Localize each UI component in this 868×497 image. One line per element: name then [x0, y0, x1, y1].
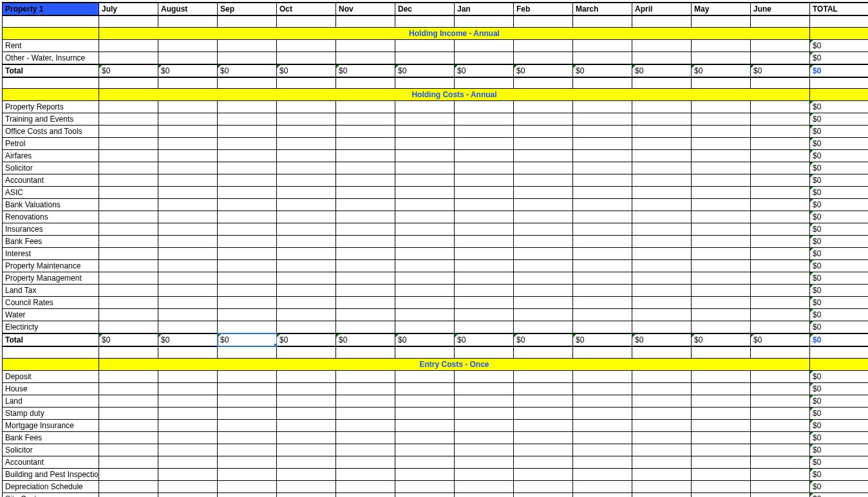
- data-cell[interactable]: [158, 382, 218, 395]
- data-cell[interactable]: [692, 444, 751, 456]
- data-cell[interactable]: [455, 52, 514, 64]
- data-cell[interactable]: [751, 223, 810, 236]
- data-cell[interactable]: [395, 444, 455, 456]
- data-cell[interactable]: [99, 395, 158, 407]
- data-cell[interactable]: [573, 285, 632, 297]
- data-cell[interactable]: [218, 113, 277, 126]
- data-cell[interactable]: [632, 480, 692, 492]
- data-cell[interactable]: [751, 370, 810, 382]
- data-cell[interactable]: [218, 272, 277, 285]
- month-header[interactable]: Nov: [336, 3, 395, 15]
- data-cell[interactable]: [336, 39, 395, 52]
- data-cell[interactable]: [751, 456, 810, 468]
- data-cell[interactable]: [573, 126, 632, 138]
- data-cell[interactable]: [99, 297, 158, 309]
- data-cell[interactable]: [277, 431, 336, 444]
- data-cell[interactable]: [158, 211, 218, 223]
- section-title[interactable]: Holding Income - Annual: [99, 27, 810, 39]
- spacer-cell[interactable]: [455, 346, 514, 358]
- data-cell[interactable]: [455, 382, 514, 395]
- month-header[interactable]: May: [692, 3, 751, 15]
- data-cell[interactable]: [573, 199, 632, 211]
- row-total[interactable]: $0: [810, 297, 869, 309]
- data-cell[interactable]: [692, 211, 751, 223]
- data-cell[interactable]: [277, 211, 336, 223]
- data-cell[interactable]: [632, 468, 692, 480]
- row-label[interactable]: Training and Events: [3, 113, 99, 126]
- section-row-lead[interactable]: [3, 89, 99, 101]
- spacer-cell[interactable]: [455, 15, 514, 27]
- data-cell[interactable]: [158, 272, 218, 285]
- total-month[interactable]: $0: [99, 64, 158, 77]
- spacer-cell[interactable]: [277, 346, 336, 358]
- data-cell[interactable]: [99, 39, 158, 52]
- data-cell[interactable]: [514, 480, 573, 492]
- data-cell[interactable]: [158, 52, 218, 64]
- data-cell[interactable]: [277, 187, 336, 199]
- data-cell[interactable]: [455, 309, 514, 321]
- row-total[interactable]: $0: [810, 444, 869, 456]
- data-cell[interactable]: [395, 126, 455, 138]
- data-cell[interactable]: [218, 174, 277, 187]
- data-cell[interactable]: [277, 236, 336, 248]
- data-cell[interactable]: [751, 272, 810, 285]
- data-cell[interactable]: [514, 260, 573, 272]
- data-cell[interactable]: [455, 419, 514, 431]
- spacer-cell[interactable]: [336, 15, 395, 27]
- data-cell[interactable]: [455, 187, 514, 199]
- data-cell[interactable]: [514, 382, 573, 395]
- data-cell[interactable]: [455, 39, 514, 52]
- data-cell[interactable]: [692, 382, 751, 395]
- data-cell[interactable]: [395, 187, 455, 199]
- data-cell[interactable]: [395, 101, 455, 113]
- data-cell[interactable]: [573, 297, 632, 309]
- row-label[interactable]: Office Costs and Tools: [3, 126, 99, 138]
- property-title[interactable]: Property 1: [3, 3, 99, 15]
- data-cell[interactable]: [514, 199, 573, 211]
- row-label[interactable]: Bank Fees: [3, 236, 99, 248]
- data-cell[interactable]: [632, 285, 692, 297]
- data-cell[interactable]: [692, 407, 751, 419]
- data-cell[interactable]: [514, 187, 573, 199]
- row-total[interactable]: $0: [810, 285, 869, 297]
- data-cell[interactable]: [632, 162, 692, 174]
- data-cell[interactable]: [395, 162, 455, 174]
- data-cell[interactable]: [514, 223, 573, 236]
- data-cell[interactable]: [158, 150, 218, 162]
- data-cell[interactable]: [632, 309, 692, 321]
- data-cell[interactable]: [514, 419, 573, 431]
- row-label[interactable]: Property Management: [3, 272, 99, 285]
- data-cell[interactable]: [336, 101, 395, 113]
- data-cell[interactable]: [632, 456, 692, 468]
- data-cell[interactable]: [277, 52, 336, 64]
- row-label[interactable]: Deposit: [3, 370, 99, 382]
- data-cell[interactable]: [573, 431, 632, 444]
- month-header[interactable]: Sep: [218, 3, 277, 15]
- row-label[interactable]: Site Costs: [3, 492, 99, 497]
- data-cell[interactable]: [514, 444, 573, 456]
- spacer-cell[interactable]: [751, 346, 810, 358]
- data-cell[interactable]: [99, 431, 158, 444]
- data-cell[interactable]: [455, 101, 514, 113]
- data-cell[interactable]: [455, 285, 514, 297]
- data-cell[interactable]: [218, 211, 277, 223]
- data-cell[interactable]: [514, 174, 573, 187]
- row-total[interactable]: $0: [810, 101, 869, 113]
- data-cell[interactable]: [277, 382, 336, 395]
- data-cell[interactable]: [751, 39, 810, 52]
- data-cell[interactable]: [632, 126, 692, 138]
- total-month[interactable]: $0: [218, 64, 277, 77]
- data-cell[interactable]: [218, 199, 277, 211]
- row-total[interactable]: $0: [810, 39, 869, 52]
- data-cell[interactable]: [277, 492, 336, 497]
- data-cell[interactable]: [218, 321, 277, 334]
- total-month[interactable]: $0: [692, 64, 751, 77]
- data-cell[interactable]: [632, 431, 692, 444]
- data-cell[interactable]: [336, 431, 395, 444]
- row-label[interactable]: Property Maintenance: [3, 260, 99, 272]
- data-cell[interactable]: [277, 395, 336, 407]
- spacer-cell[interactable]: [573, 77, 632, 89]
- data-cell[interactable]: [218, 297, 277, 309]
- grand-total[interactable]: $0: [810, 64, 869, 77]
- row-total[interactable]: $0: [810, 480, 869, 492]
